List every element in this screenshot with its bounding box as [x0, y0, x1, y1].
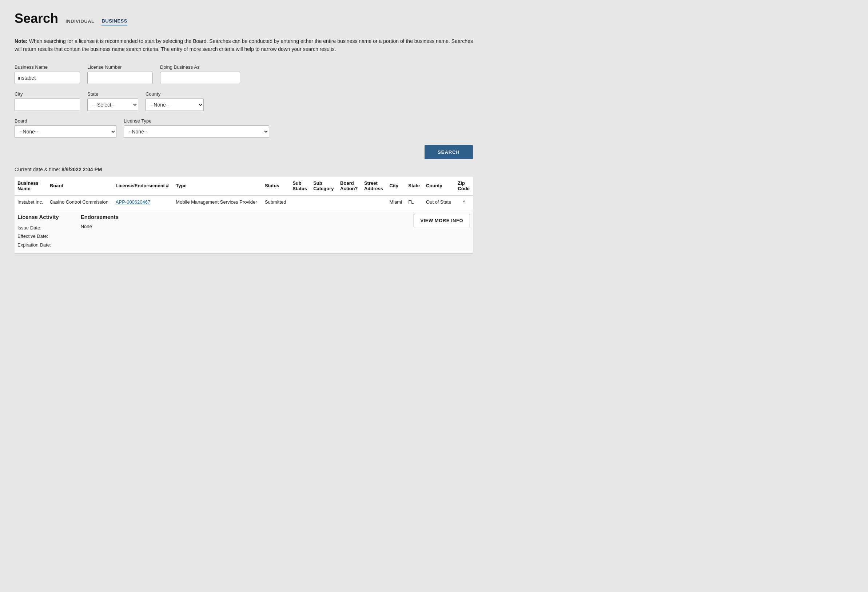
license-type-label: License Type — [124, 118, 269, 124]
effective-date-label: Effective Date: — [18, 233, 48, 239]
cell-license-number: APP-000620467 — [113, 195, 173, 210]
tab-bar: INDIVIDUAL BUSINESS — [65, 18, 127, 25]
expanded-details-cell: License Activity Issue Date: Effective D… — [15, 210, 473, 253]
col-county: County — [423, 177, 455, 195]
col-board-action: BoardAction? — [337, 177, 361, 195]
board-label: Board — [15, 118, 117, 124]
license-link[interactable]: APP-000620467 — [116, 199, 150, 205]
state-select[interactable]: ---Select-- FL NY CA — [87, 99, 138, 111]
col-city: City — [386, 177, 405, 195]
city-group: City — [15, 91, 80, 111]
cell-type: Mobile Management Services Provider — [173, 195, 262, 210]
col-status: Status — [262, 177, 289, 195]
license-number-group: License Number — [87, 64, 153, 84]
effective-date: Effective Date: — [18, 232, 59, 240]
business-name-input[interactable] — [15, 72, 80, 84]
cell-business-name: Instabet Inc. — [15, 195, 47, 210]
county-select[interactable]: --None-- — [146, 99, 204, 111]
datetime-value: 8/9/2022 2:04 PM — [62, 166, 102, 172]
board-select[interactable]: --None-- — [15, 125, 117, 138]
results-table: BusinessName Board License/Endorsement #… — [15, 177, 473, 253]
form-row-1: Business Name License Number Doing Busin… — [15, 64, 473, 84]
city-label: City — [15, 91, 80, 97]
doing-business-as-input[interactable] — [160, 72, 240, 84]
form-row-3: Board --None-- License Type --None-- — [15, 118, 473, 138]
cell-status: Submitted — [262, 195, 289, 210]
expanded-details-row: License Activity Issue Date: Effective D… — [15, 210, 473, 253]
county-group: County --None-- — [146, 91, 204, 111]
datetime-label: Current date & time: — [15, 166, 60, 172]
county-label: County — [146, 91, 204, 97]
cell-board-action — [337, 195, 361, 210]
col-state: State — [405, 177, 423, 195]
cell-street-address — [361, 195, 387, 210]
cell-board: Casino Control Commission — [47, 195, 113, 210]
table-header-row: BusinessName Board License/Endorsement #… — [15, 177, 473, 195]
note-box: Note: When searching for a license it is… — [15, 37, 473, 53]
license-activity-section: License Activity Issue Date: Effective D… — [18, 214, 59, 249]
city-input[interactable] — [15, 99, 80, 111]
endorsements-section: Endorsements None — [81, 214, 119, 229]
col-zip-code: ZipCode — [455, 177, 473, 195]
cell-expand-arrow[interactable]: ⌃ — [455, 195, 473, 210]
tab-business[interactable]: BUSINESS — [102, 18, 127, 25]
license-type-select[interactable]: --None-- — [124, 125, 269, 138]
doing-business-as-group: Doing Business As — [160, 64, 240, 84]
state-label: State — [87, 91, 138, 97]
issue-date: Issue Date: — [18, 224, 59, 232]
table-row: Instabet Inc. Casino Control Commission … — [15, 195, 473, 210]
license-activity-title: License Activity — [18, 214, 59, 220]
business-name-label: Business Name — [15, 64, 80, 70]
col-business-name: BusinessName — [15, 177, 47, 195]
col-board: Board — [47, 177, 113, 195]
doing-business-as-label: Doing Business As — [160, 64, 240, 70]
endorsements-value: None — [81, 224, 119, 229]
issue-date-label: Issue Date: — [18, 225, 41, 231]
license-type-group: License Type --None-- — [124, 118, 269, 138]
view-more-area: VIEW MORE INFO — [140, 214, 470, 227]
expanded-inner: License Activity Issue Date: Effective D… — [18, 214, 470, 249]
expiration-date-label: Expiration Date: — [18, 242, 51, 247]
search-button[interactable]: SEARCH — [425, 145, 473, 159]
search-btn-row: SEARCH — [15, 145, 473, 159]
endorsements-title: Endorsements — [81, 214, 119, 220]
note-bold: Note: — [15, 38, 28, 44]
col-sub-status: SubStatus — [289, 177, 310, 195]
expiration-date: Expiration Date: — [18, 241, 59, 249]
cell-county: Out of State — [423, 195, 455, 210]
cell-city: Miami — [386, 195, 405, 210]
state-group: State ---Select-- FL NY CA — [87, 91, 138, 111]
page-title: Search — [15, 11, 58, 26]
cell-state: FL — [405, 195, 423, 210]
current-datetime: Current date & time: 8/9/2022 2:04 PM — [15, 166, 473, 172]
business-name-group: Business Name — [15, 64, 80, 84]
cell-sub-status — [289, 195, 310, 210]
col-sub-category: SubCategory — [310, 177, 337, 195]
col-license-number: License/Endorsement # — [113, 177, 173, 195]
col-street-address: StreetAddress — [361, 177, 387, 195]
expand-collapse-icon[interactable]: ⌃ — [458, 199, 470, 206]
search-form: Business Name License Number Doing Busin… — [15, 64, 473, 138]
tab-individual[interactable]: INDIVIDUAL — [65, 19, 94, 25]
col-type: Type — [173, 177, 262, 195]
board-group: Board --None-- — [15, 118, 117, 138]
license-number-label: License Number — [87, 64, 153, 70]
license-number-input[interactable] — [87, 72, 153, 84]
note-text: When searching for a license it is recom… — [15, 38, 473, 52]
form-row-2: City State ---Select-- FL NY CA County -… — [15, 91, 473, 111]
view-more-info-button[interactable]: VIEW MORE INFO — [413, 214, 470, 227]
cell-sub-category — [310, 195, 337, 210]
